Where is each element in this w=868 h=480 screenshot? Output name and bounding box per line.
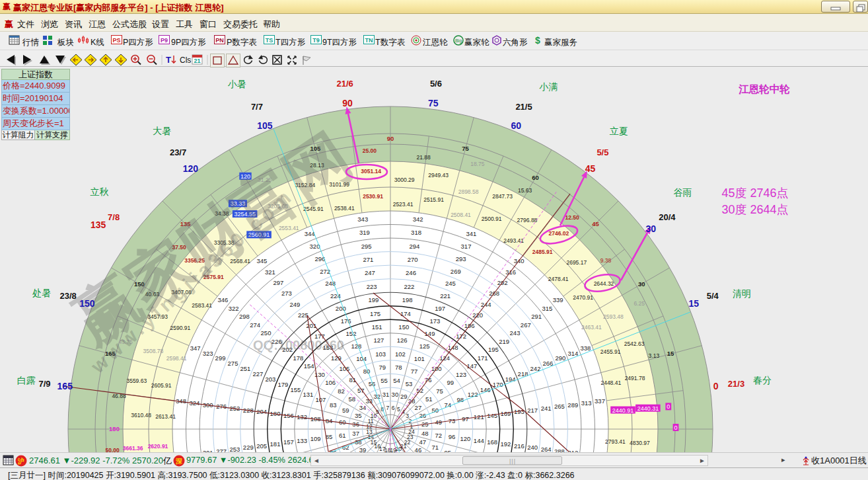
svg-text:90: 90 xyxy=(387,135,394,142)
svg-text:299: 299 xyxy=(215,354,226,362)
svg-text:谷雨: 谷雨 xyxy=(674,187,692,198)
svg-text:195: 195 xyxy=(488,346,499,353)
svg-text:61: 61 xyxy=(339,432,346,439)
svg-text:157: 157 xyxy=(283,438,294,446)
svg-text:27: 27 xyxy=(415,404,422,411)
svg-text:0: 0 xyxy=(667,403,670,410)
svg-text:179: 179 xyxy=(277,381,288,388)
svg-text:222: 222 xyxy=(404,283,414,290)
svg-text:小暑: 小暑 xyxy=(228,79,246,89)
svg-text:23/7: 23/7 xyxy=(170,147,186,157)
svg-text:24: 24 xyxy=(408,428,415,435)
svg-text:109: 109 xyxy=(310,435,321,442)
svg-text:PN: PN xyxy=(215,37,224,44)
svg-text:171: 171 xyxy=(478,354,488,362)
svg-text:2593.48: 2593.48 xyxy=(603,313,624,320)
svg-text:51: 51 xyxy=(425,395,433,403)
svg-text:104: 104 xyxy=(356,355,367,362)
svg-text:216: 216 xyxy=(514,442,524,450)
svg-text:2485.91: 2485.91 xyxy=(532,249,553,255)
svg-text:T9: T9 xyxy=(312,37,320,44)
svg-text:2440.91: 2440.91 xyxy=(612,407,634,414)
svg-text:192: 192 xyxy=(501,440,511,448)
svg-text:3000.29: 3000.29 xyxy=(394,177,415,183)
svg-text:96: 96 xyxy=(449,433,456,440)
svg-text:15: 15 xyxy=(667,350,674,357)
svg-text:18.75: 18.75 xyxy=(470,161,485,167)
svg-text:298: 298 xyxy=(239,313,250,320)
svg-text:144: 144 xyxy=(474,437,484,444)
svg-text:60: 60 xyxy=(511,120,521,131)
svg-text:T: T xyxy=(166,55,171,65)
svg-text:35: 35 xyxy=(355,412,362,419)
svg-text:9.38: 9.38 xyxy=(600,257,612,264)
svg-text:30: 30 xyxy=(392,391,399,398)
svg-text:75: 75 xyxy=(462,145,469,152)
svg-text:2491.78: 2491.78 xyxy=(625,375,645,381)
svg-text:345: 345 xyxy=(256,257,267,264)
svg-text:175: 175 xyxy=(370,310,380,317)
svg-text:174: 174 xyxy=(400,310,411,317)
svg-text:275: 275 xyxy=(228,360,238,367)
svg-text:45: 45 xyxy=(592,220,599,227)
svg-text:317: 317 xyxy=(461,243,472,250)
svg-text:313: 313 xyxy=(581,399,592,407)
svg-text:5: 5 xyxy=(397,406,400,413)
svg-text:2523.41: 2523.41 xyxy=(393,201,414,208)
svg-text:白露: 白露 xyxy=(17,375,36,385)
svg-text:99: 99 xyxy=(447,379,454,386)
svg-text:178: 178 xyxy=(293,354,303,362)
svg-text:大暑: 大暑 xyxy=(153,126,171,136)
svg-text:150: 150 xyxy=(79,298,95,309)
svg-text:75: 75 xyxy=(436,387,443,395)
svg-text:79: 79 xyxy=(379,364,386,371)
svg-text:346: 346 xyxy=(217,296,228,303)
svg-text:347: 347 xyxy=(190,344,201,352)
svg-text:343: 343 xyxy=(357,216,368,223)
svg-text:249: 249 xyxy=(289,301,300,308)
svg-text:180: 180 xyxy=(109,425,120,432)
svg-text:221: 221 xyxy=(440,292,451,300)
svg-text:23/8: 23/8 xyxy=(60,291,77,301)
svg-text:2538.41: 2538.41 xyxy=(334,205,355,212)
svg-text:59: 59 xyxy=(342,407,349,414)
svg-text:267: 267 xyxy=(521,321,531,329)
svg-text:Big: Big xyxy=(455,38,462,44)
svg-text:53: 53 xyxy=(406,380,413,387)
svg-text:31: 31 xyxy=(382,391,390,398)
svg-text:147: 147 xyxy=(466,362,477,370)
svg-text:30: 30 xyxy=(638,280,645,288)
svg-text:223: 223 xyxy=(367,283,377,290)
svg-text:135: 135 xyxy=(90,220,106,230)
svg-text:72: 72 xyxy=(435,432,442,439)
svg-text:57: 57 xyxy=(357,387,365,394)
svg-text:2542.63: 2542.63 xyxy=(624,340,645,347)
svg-text:0: 0 xyxy=(713,381,719,391)
svg-text:290: 290 xyxy=(556,354,566,362)
svg-text:54: 54 xyxy=(393,377,400,384)
svg-text:TS: TS xyxy=(266,37,273,44)
svg-text:337: 337 xyxy=(595,397,605,405)
svg-text:77: 77 xyxy=(411,368,418,375)
svg-text:165: 165 xyxy=(57,381,73,391)
svg-text:150: 150 xyxy=(398,323,409,331)
svg-text:2695.17: 2695.17 xyxy=(566,259,587,266)
svg-text:339: 339 xyxy=(553,296,563,303)
svg-text:251: 251 xyxy=(240,365,251,372)
svg-text:$: $ xyxy=(535,35,540,46)
svg-text:155: 155 xyxy=(290,386,301,393)
svg-text:2746.02: 2746.02 xyxy=(549,230,569,237)
svg-text:2478.41: 2478.41 xyxy=(548,276,569,282)
svg-text:98: 98 xyxy=(456,396,464,403)
svg-text:199: 199 xyxy=(368,296,379,303)
svg-text:152: 152 xyxy=(346,330,357,337)
svg-text:125: 125 xyxy=(419,342,430,350)
svg-text:241: 241 xyxy=(541,405,552,412)
svg-text:2644.32: 2644.32 xyxy=(594,280,614,287)
svg-text:265: 265 xyxy=(554,403,565,410)
svg-text:Cls: Cls xyxy=(180,56,191,65)
svg-text:173: 173 xyxy=(429,317,440,325)
svg-text:197: 197 xyxy=(435,305,445,312)
svg-text:227: 227 xyxy=(253,370,264,378)
svg-text:2515.91: 2515.91 xyxy=(423,196,444,203)
